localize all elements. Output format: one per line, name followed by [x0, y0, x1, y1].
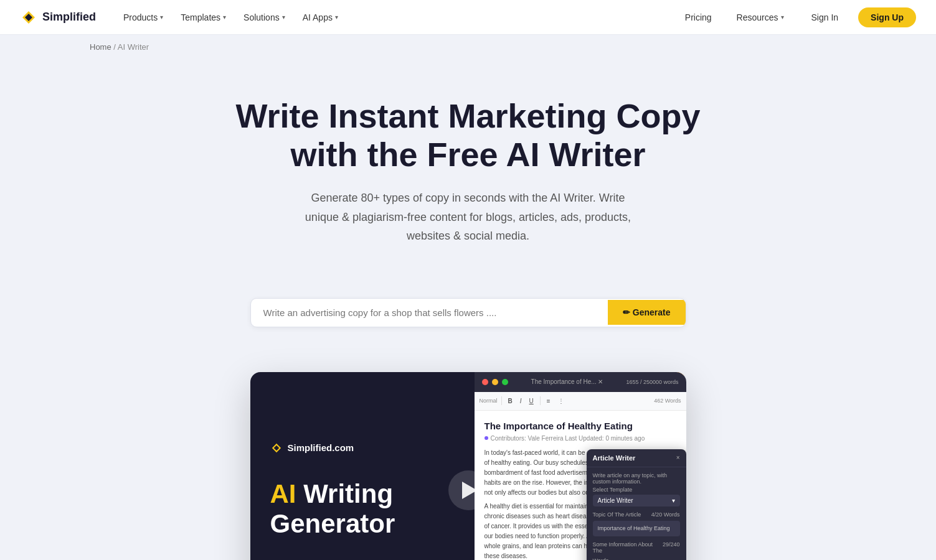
video-title: AI Writing Generator [270, 479, 395, 539]
wp-topic-count: 4/20 Words [651, 511, 680, 520]
meta-dot-icon [485, 436, 488, 440]
generate-button[interactable]: ✏ Generate [608, 300, 686, 325]
signup-button[interactable]: Sign Up [858, 7, 916, 27]
hero-section: Write Instant Marketing Copy with the Fr… [0, 52, 936, 298]
video-section: Simplified.com AI Writing Generator [0, 372, 936, 560]
video-inner: Simplified.com AI Writing Generator [250, 372, 686, 560]
toolbar-align[interactable]: ≡ [544, 396, 553, 406]
window-close-dot [482, 379, 488, 385]
window-expand-dot [502, 379, 508, 385]
logo-icon [20, 9, 37, 26]
editor-toolbar: Normal B I U ≡ ⋮ 462 Words [475, 392, 686, 411]
wp-template-select[interactable]: Article Writer ▾ [593, 495, 680, 506]
video-left: Simplified.com AI Writing Generator [250, 417, 415, 560]
chevron-down-icon: ▾ [672, 497, 675, 504]
window-minimize-dot [492, 379, 498, 385]
nav-links: Products ▾ Templates ▾ Solutions ▾ AI Ap… [116, 9, 678, 26]
writer-panel-title: Article Writer [593, 454, 636, 462]
toolbar-sep-1 [501, 396, 502, 405]
nav-templates[interactable]: Templates ▾ [173, 9, 234, 26]
signin-button[interactable]: Sign In [801, 9, 849, 26]
toolbar-underline[interactable]: U [527, 396, 536, 406]
writer-panel-body: Write article on any topic, with custom … [587, 467, 686, 560]
wp-info-row: Some Information About The 29/240 [593, 541, 680, 556]
toolbar-sep-2 [540, 396, 541, 405]
toolbar-normal[interactable]: Normal [480, 398, 498, 404]
toolbar-italic[interactable]: I [518, 396, 524, 406]
wp-select-label: Select Template [593, 487, 680, 493]
chevron-down-icon: ▾ [160, 14, 163, 21]
nav-ai-apps[interactable]: AI Apps ▾ [295, 9, 346, 26]
nav-solutions[interactable]: Solutions ▾ [236, 9, 293, 26]
editor-mockup: The Importance of He... ✕ 1655 / 250000 … [475, 372, 686, 560]
writer-panel: Article Writer × Write article on any to… [587, 449, 686, 560]
article-meta: Contributors: Vale Ferreira Last Updated… [485, 435, 676, 442]
breadcrumb-current: AI Writer [118, 42, 149, 52]
hero-title: Write Instant Marketing Copy with the Fr… [225, 96, 711, 174]
wp-topic-label: Topic Of The Article [593, 511, 641, 518]
breadcrumb-separator: / [113, 42, 116, 52]
window-title-bar: The Importance of He... ✕ [512, 378, 623, 385]
article-meta-text: Contributors: Vale Ferreira Last Updated… [491, 435, 645, 442]
search-input[interactable] [251, 299, 608, 327]
video-title-ai: AI [270, 479, 296, 508]
nav-resources[interactable]: Resources ▾ [729, 9, 792, 26]
video-container: Simplified.com AI Writing Generator [250, 372, 686, 560]
search-bar-section: ✏ Generate [0, 298, 936, 327]
nav-products[interactable]: Products ▾ [116, 9, 171, 26]
wp-topic-row: Topic Of The Article 4/20 Words [593, 511, 680, 520]
editor-body: The Importance of Healthy Eating Contrib… [475, 411, 686, 560]
word-count-display: 1655 / 250000 words [626, 379, 678, 385]
wp-description: Write article on any topic, with custom … [593, 472, 680, 485]
nav-pricing[interactable]: Pricing [678, 9, 719, 26]
chevron-down-icon: ▾ [781, 14, 784, 21]
breadcrumb-home[interactable]: Home [90, 42, 111, 52]
wp-topic-value: Importance of Healthy Eating [593, 521, 680, 537]
hero-description: Generate 80+ types of copy in seconds wi… [294, 189, 643, 246]
editor-word-count: 462 Words [654, 398, 681, 404]
wp-info-label2: Words [593, 558, 609, 560]
video-title-writing: Writing [303, 479, 393, 508]
search-bar: ✏ Generate [250, 298, 686, 327]
logo-text: Simplified [42, 11, 96, 24]
video-brand: Simplified.com [288, 442, 354, 453]
video-logo-icon [270, 442, 283, 454]
writer-panel-close[interactable]: × [676, 454, 680, 461]
chevron-down-icon: ▾ [335, 14, 338, 21]
breadcrumb: Home / AI Writer [0, 35, 936, 52]
chevron-down-icon: ▾ [223, 14, 226, 21]
article-title: The Importance of Healthy Eating [485, 421, 676, 431]
writer-panel-header: Article Writer × [587, 449, 686, 467]
video-logo: Simplified.com [270, 442, 395, 454]
wp-info-label: Some Information About The [593, 541, 663, 554]
wp-template-value: Article Writer [598, 497, 633, 504]
nav-right: Pricing Resources ▾ Sign In Sign Up [678, 7, 916, 27]
video-title-generator: Generator [270, 509, 395, 538]
chevron-down-icon: ▾ [282, 14, 285, 21]
toolbar-bold[interactable]: B [506, 396, 515, 406]
toolbar-list[interactable]: ⋮ [555, 396, 567, 406]
editor-top-bar: The Importance of He... ✕ 1655 / 250000 … [475, 372, 686, 392]
wp-info-count: 29/240 [663, 541, 680, 556]
logo[interactable]: Simplified [20, 9, 96, 26]
